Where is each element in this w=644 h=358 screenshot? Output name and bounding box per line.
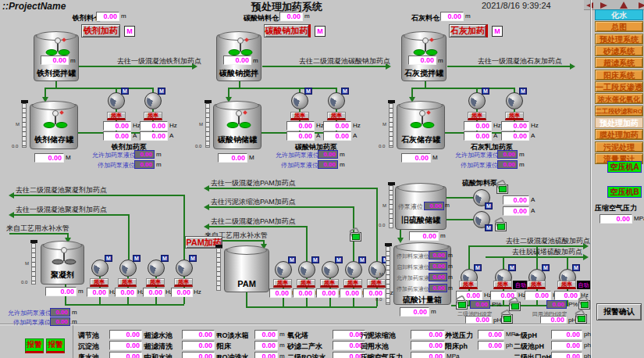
ph-setpoint-field[interactable]: 0.00 [465, 316, 492, 324]
bottom-level-unit: m [279, 331, 285, 338]
freq-button[interactable]: 频率 [174, 278, 193, 287]
freq-button[interactable]: 频率 [343, 279, 362, 288]
freq-button[interactable]: 频率 [327, 112, 346, 120]
sidebar-item-pretreatment-system[interactable]: 预处理系统 [595, 34, 643, 45]
motor-chip: M [572, 264, 580, 271]
lime-dosing-button[interactable]: 石灰加药 [449, 24, 488, 38]
ph-setpoint-field[interactable]: 0.00 [540, 316, 567, 324]
allow-level-setpoint[interactable]: 0.00 [318, 150, 338, 159]
meter-setpoint[interactable]: 0.00 [429, 284, 447, 292]
dosing-pump-icon[interactable]: M [176, 260, 193, 277]
unit-label: m [156, 151, 162, 158]
unlock-icon[interactable] [350, 232, 361, 242]
nav-up-icon[interactable] [620, 2, 628, 9]
unlock-icon[interactable] [501, 314, 513, 324]
dosing-pump-icon[interactable]: M [91, 260, 109, 277]
auto-mode-badge[interactable]: 自动 [577, 281, 590, 289]
allow-level-setpoint[interactable]: 0.00 [134, 150, 155, 159]
alarm-ack-button[interactable]: 报警确认 [596, 303, 642, 320]
scale-label: M [25, 261, 29, 266]
dosing-pump-icon[interactable]: M [322, 261, 339, 278]
sidebar-item-sand-filter[interactable]: 砂滤系统 [595, 45, 643, 56]
stop-level-label: 停加药泵液位 [281, 161, 318, 170]
unlock-icon[interactable] [496, 184, 508, 194]
dosing-pump-icon[interactable]: M [119, 260, 137, 277]
dosing-pump-icon[interactable]: M [144, 92, 162, 109]
nav-extra-icon[interactable] [639, 2, 644, 9]
dosing-pump-icon[interactable]: M [345, 261, 362, 278]
sidebar-item-cation-bed[interactable]: 阳床系统 [595, 70, 643, 81]
pump-hz-field: 0.00 [269, 288, 291, 298]
freq-button[interactable]: 频率 [468, 112, 486, 120]
freq-button[interactable]: 频率 [493, 281, 512, 289]
unlock-icon[interactable] [456, 300, 468, 310]
meter-setpoint[interactable]: 0.00 [429, 251, 447, 260]
freq-button[interactable]: 频率 [107, 112, 126, 120]
old-acid-stop-setpoint[interactable]: 0.00 [424, 202, 444, 210]
freq-button[interactable]: 频率 [146, 278, 165, 287]
freq-button[interactable]: 频率 [90, 278, 109, 287]
motor-chip: M [288, 256, 296, 263]
iron-auto-m-button[interactable]: M [124, 26, 135, 37]
stop-level-setpoint[interactable]: 0.00 [497, 160, 518, 169]
acid-speed-setpoint[interactable]: 0.00 [470, 300, 490, 309]
unlock-icon[interactable] [495, 222, 507, 231]
compressor-a-button[interactable]: 空压机A [607, 161, 642, 173]
sidebar-item-membrane-dosing[interactable]: 膜处理加药 [595, 129, 643, 140]
allow-level-setpoint[interactable]: 0.00 [497, 150, 518, 159]
meter-setpoint[interactable]: 0.00 [429, 273, 447, 281]
motor-chip: M [542, 264, 550, 271]
sidebar-item-pretreatment-dosing[interactable]: 预处理加药 [595, 117, 643, 128]
sidebar-item-ultrafiltration[interactable]: 超滤系统 [595, 57, 643, 68]
freq-button[interactable]: 频率 [290, 112, 309, 120]
dosing-pump-icon[interactable]: M [298, 261, 315, 278]
stop-level-setpoint[interactable]: 0.00 [50, 317, 70, 326]
unload-pump-icon[interactable]: M [473, 211, 490, 228]
nav-forward-icon[interactable] [600, 2, 607, 9]
dosing-pump-icon[interactable]: M [328, 92, 345, 109]
unlock-icon[interactable] [509, 302, 521, 311]
freq-button[interactable]: 频率 [273, 279, 292, 288]
unload-pump-icon[interactable]: M [473, 189, 490, 206]
dosing-pump-icon[interactable]: M [108, 92, 125, 109]
sidebar-item-chemical-water[interactable]: 化水 [595, 9, 643, 20]
sidebar-item-stage2-sand-ro[interactable]: 二工段砂滤和RO [595, 106, 643, 116]
dosing-pump-icon[interactable]: M [291, 92, 308, 109]
stop-level-setpoint[interactable]: 0.00 [134, 160, 155, 169]
dosing-pump-icon[interactable]: M [468, 92, 486, 109]
motor-chip: M [304, 88, 312, 95]
sidebar-item-stage1-ro[interactable]: 一工段反渗透 [595, 81, 643, 92]
alarm-button[interactable]: 报警 [25, 338, 44, 353]
sidebar-item-concentrate-oxidation[interactable]: 浓水催化氧化 [595, 93, 643, 104]
freq-button[interactable]: 频率 [527, 281, 546, 289]
unlock-icon[interactable] [575, 314, 587, 324]
motor-chip: M [485, 202, 493, 209]
sidebar-item-overview[interactable]: 总图 [595, 21, 643, 32]
freq-button[interactable]: 频率 [557, 281, 576, 289]
stop-level-setpoint[interactable]: 0.00 [318, 160, 338, 169]
compressor-b-button[interactable]: 空压机B [607, 186, 642, 198]
freq-button[interactable]: 频率 [459, 281, 478, 289]
freq-button[interactable]: 频率 [320, 279, 339, 288]
soda-dosing-button[interactable]: 碳酸钠加药 [264, 24, 311, 38]
freq-button[interactable]: 频率 [144, 112, 162, 120]
lime-auto-m-button[interactable]: M [492, 26, 503, 37]
dosing-pump-icon[interactable]: M [506, 92, 523, 109]
dosing-pump-icon[interactable]: M [275, 261, 292, 278]
auto-mode-badge[interactable]: 自动 [513, 281, 528, 289]
sidebar-item-sludge-treatment[interactable]: 污泥处理 [595, 141, 643, 152]
acid-speed-setpoint[interactable]: 0.00 [546, 300, 567, 309]
coagulant-pipe1-label: 去往二级混凝池聚凝剂加药点 [16, 185, 107, 195]
allow-level-setpoint[interactable]: 0.00 [50, 308, 70, 317]
unlock-icon[interactable] [578, 300, 590, 310]
meter-setpoint[interactable]: 0.00 [429, 262, 447, 270]
freq-button[interactable]: 频率 [118, 278, 137, 287]
freq-button[interactable]: 频率 [297, 279, 315, 288]
dosing-pump-icon[interactable]: M [148, 260, 165, 277]
alarm-divider [73, 325, 73, 358]
freq-button[interactable]: 频率 [367, 279, 386, 288]
alarm-button[interactable]: 报警 [46, 338, 65, 353]
soda-auto-m-button[interactable]: M [315, 26, 326, 37]
iron-dosing-button[interactable]: 铁剂加药 [81, 24, 120, 38]
freq-button[interactable]: 频率 [505, 112, 524, 120]
